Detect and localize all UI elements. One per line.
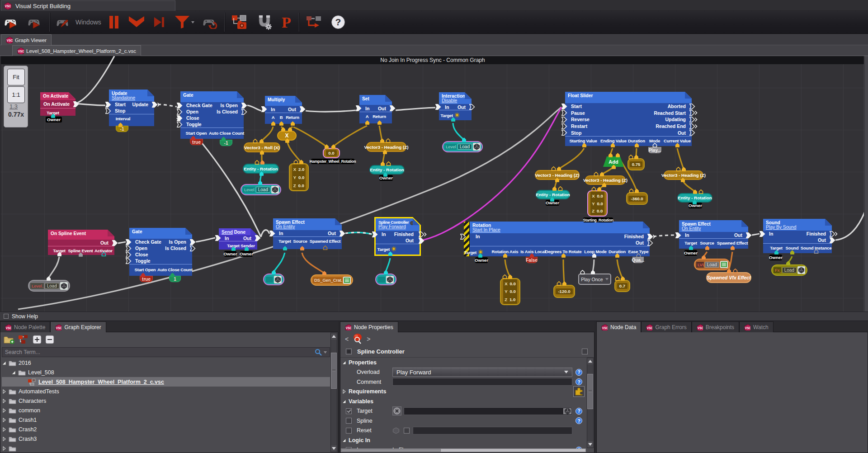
scroll-thumb[interactable] xyxy=(587,374,593,409)
data-pin[interactable] xyxy=(592,253,597,258)
search-icon[interactable] xyxy=(314,348,322,356)
data-pin[interactable] xyxy=(615,153,620,157)
data-pin[interactable] xyxy=(382,150,387,154)
node-overload-link[interactable]: On Entity xyxy=(682,226,748,231)
data-pin[interactable] xyxy=(290,121,295,126)
prev-node-button[interactable]: < xyxy=(345,335,349,343)
vector-row[interactable]: X2.0 xyxy=(293,165,305,173)
help-icon[interactable]: ? xyxy=(576,417,582,424)
help-icon[interactable]: ? xyxy=(576,378,582,385)
data-pin[interactable] xyxy=(78,252,83,257)
cube-icon[interactable] xyxy=(563,408,571,414)
help-icon[interactable]: ? xyxy=(576,408,582,415)
node-multiply[interactable]: MultiplyInOutABReturn xyxy=(265,96,302,124)
pin-out-update[interactable] xyxy=(152,102,160,108)
load-pill-fx-ha[interactable]: Fx_ha...Load xyxy=(771,264,807,276)
pin-out-out[interactable] xyxy=(255,235,261,241)
scroll-down-button[interactable] xyxy=(587,441,593,448)
vector-row[interactable]: X0.0 xyxy=(505,280,516,288)
data-pin[interactable] xyxy=(615,253,620,258)
data-pin[interactable] xyxy=(597,187,602,191)
search-input[interactable]: Search Term... xyxy=(5,349,314,355)
node-on-activate[interactable]: On ActivateOn ActivateTarget xyxy=(40,92,75,116)
pin-out-on-activate[interactable] xyxy=(73,101,79,107)
load-button[interactable]: Load xyxy=(458,144,472,150)
pin-in-pause[interactable] xyxy=(561,110,567,116)
data-pin[interactable] xyxy=(608,153,613,157)
pin-in-restart[interactable] xyxy=(561,123,567,129)
node-sound[interactable]: SoundPlay By SoundInFinishedOutTargetSou… xyxy=(763,219,832,253)
load-button[interactable]: Load xyxy=(705,262,719,268)
pin-out-out[interactable] xyxy=(419,238,425,244)
value-box-0-7[interactable]: 0.7 xyxy=(614,280,630,292)
node-enabled-checkbox[interactable] xyxy=(346,349,352,354)
vfx-pill-spawned-vfx-effect[interactable]: Spawned Vfx Effect xyxy=(706,272,751,283)
data-pin[interactable] xyxy=(377,120,382,125)
value-box-360-0[interactable]: -360.0 xyxy=(626,192,648,205)
data-pin[interactable] xyxy=(582,143,587,147)
pin-in-in[interactable] xyxy=(460,234,466,240)
pin-in-open[interactable] xyxy=(177,109,183,115)
data-pin[interactable] xyxy=(555,178,560,182)
next-node-button[interactable]: > xyxy=(367,335,370,343)
data-pin[interactable] xyxy=(386,138,391,143)
value-field[interactable]: -120.0 xyxy=(556,288,572,294)
pin-in-in[interactable] xyxy=(372,231,378,237)
vector-row[interactable]: Y0.0 xyxy=(505,288,516,295)
data-pin[interactable] xyxy=(386,161,391,166)
data-pin[interactable] xyxy=(503,253,508,258)
profile-button[interactable]: P xyxy=(281,15,292,29)
tab-graph-errors[interactable]: VSC Graph Errors xyxy=(641,321,691,332)
var-checkbox-reset[interactable] xyxy=(346,428,352,434)
pin-out-updating[interactable] xyxy=(689,117,698,123)
pin-out-out[interactable] xyxy=(830,237,835,243)
pin-out-is-closed[interactable] xyxy=(190,245,196,251)
pin-in-stop[interactable] xyxy=(105,108,111,114)
var-checkbox-spline[interactable] xyxy=(346,418,352,424)
pin-in-check-gate[interactable] xyxy=(126,239,132,245)
pin-in-in[interactable] xyxy=(269,231,275,236)
pin-in-in[interactable] xyxy=(261,106,267,112)
data-pin[interactable] xyxy=(774,250,779,255)
tab-open-file[interactable]: VSC Level_508_Hampster_Wheel_Platform_2_… xyxy=(12,45,141,56)
data-pin[interactable] xyxy=(551,166,556,171)
data-pin[interactable] xyxy=(101,252,106,256)
data-pin[interactable] xyxy=(259,150,264,155)
tab-node-data[interactable]: VSC Node Data xyxy=(596,321,641,332)
var-checkbox-target[interactable] xyxy=(346,408,352,414)
data-pin[interactable] xyxy=(508,274,513,279)
load-pill-level[interactable]: Level...Load xyxy=(442,141,483,152)
help-button[interactable]: ? xyxy=(331,15,345,29)
pin-out-out[interactable] xyxy=(647,240,653,246)
edit-game-button[interactable] xyxy=(56,16,71,28)
export-flow-button[interactable] xyxy=(306,15,323,29)
node-spawn-effect-2[interactable]: Spawn EffectOn EntityInOutTargetSourceSp… xyxy=(679,220,748,249)
node-gate-1[interactable]: GateCheck GateIs OpenOpenIs ClosedCloseT… xyxy=(180,91,244,139)
tree-item-crash2[interactable]: Crash2 xyxy=(2,425,330,434)
data-pin[interactable] xyxy=(300,246,305,250)
comment-input[interactable] xyxy=(392,378,572,386)
data-pin[interactable] xyxy=(502,274,507,279)
data-pin[interactable] xyxy=(383,172,388,177)
data-pin[interactable] xyxy=(680,178,685,182)
data-pin[interactable] xyxy=(271,121,276,126)
data-pin[interactable] xyxy=(692,200,697,204)
pin-out-is-closed[interactable] xyxy=(241,109,247,115)
pin-in-in[interactable] xyxy=(356,105,362,111)
data-pin[interactable] xyxy=(590,270,595,274)
data-pin[interactable] xyxy=(594,172,599,176)
pin-in-close[interactable] xyxy=(177,115,183,121)
data-pin[interactable] xyxy=(285,138,290,143)
pin-in-in[interactable] xyxy=(215,235,221,241)
node-float-slider[interactable]: Float SliderStartAbortedPauseReached Sta… xyxy=(565,92,692,146)
data-pin[interactable] xyxy=(562,281,567,286)
value-box-0-0[interactable]: 0.0 xyxy=(323,148,340,158)
value-box-0-75[interactable]: 0.75 xyxy=(627,158,645,170)
data-pin[interactable] xyxy=(380,138,385,143)
data-pin[interactable] xyxy=(557,166,561,171)
asset-icon-chip[interactable] xyxy=(797,266,805,274)
data-pin[interactable] xyxy=(705,245,710,250)
reset-game-button[interactable] xyxy=(203,15,218,29)
literal-pill-false[interactable]: False xyxy=(526,257,538,263)
chip-qua[interactable]: Qua... xyxy=(632,257,644,263)
